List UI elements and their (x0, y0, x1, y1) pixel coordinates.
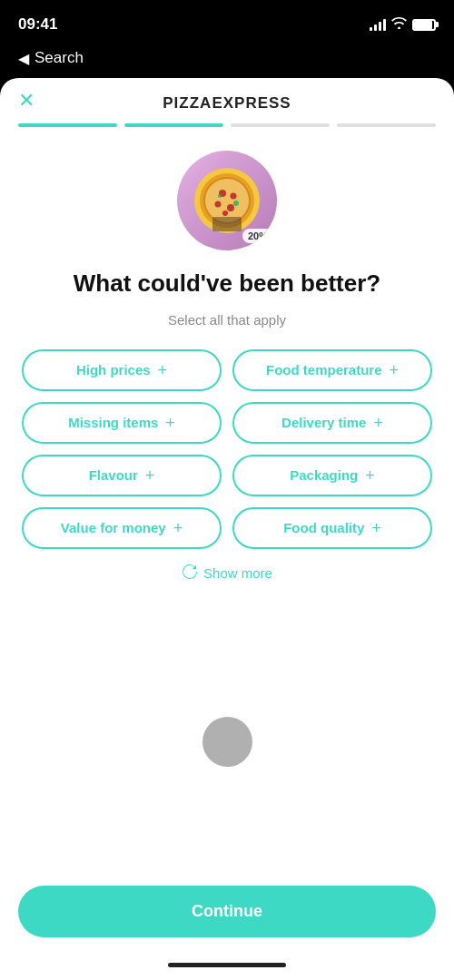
show-more-label: Show more (203, 565, 272, 581)
signal-icon (370, 18, 386, 31)
restaurant-name: PIZZAEXPRESS (163, 94, 291, 113)
step-bar-3 (231, 123, 330, 127)
option-delivery-time-plus: + (373, 415, 383, 431)
svg-point-8 (222, 211, 228, 216)
option-flavour-label: Flavour (89, 467, 138, 483)
option-food-temperature-label: Food temperature (266, 362, 382, 377)
option-high-prices-plus: + (158, 362, 168, 378)
option-food-quality[interactable]: Food quality + (232, 507, 432, 549)
progress-steps (0, 113, 454, 142)
svg-point-10 (218, 194, 222, 198)
wifi-icon (391, 17, 407, 32)
show-more-button[interactable]: Show more (0, 549, 454, 602)
option-flavour-plus: + (145, 467, 155, 484)
option-high-prices[interactable]: High prices + (22, 349, 222, 391)
svg-point-9 (233, 201, 239, 206)
option-value-for-money-label: Value for money (61, 520, 166, 535)
option-food-quality-label: Food quality (283, 520, 364, 535)
price-badge: 20% (242, 229, 273, 243)
option-flavour[interactable]: Flavour + (22, 455, 222, 496)
battery-icon (412, 19, 436, 31)
search-label[interactable]: Search (35, 49, 84, 67)
option-value-for-money[interactable]: Value for money + (22, 507, 222, 549)
option-food-temperature-plus: + (390, 362, 400, 378)
option-delivery-time[interactable]: Delivery time + (232, 402, 432, 444)
option-missing-items-label: Missing items (68, 415, 158, 430)
option-packaging[interactable]: Packaging + (232, 455, 432, 496)
restaurant-image-container: 20% (0, 142, 454, 269)
restaurant-image: 20% (177, 151, 277, 250)
option-food-temperature[interactable]: Food temperature + (232, 349, 432, 391)
option-missing-items[interactable]: Missing items + (22, 402, 222, 444)
svg-rect-11 (212, 217, 242, 231)
options-row-2: Missing items + Delivery time + (18, 402, 436, 444)
refresh-icon (182, 564, 198, 583)
main-card: ✕ PIZZAEXPRESS (0, 78, 454, 980)
home-bar (168, 963, 286, 967)
status-bar: 09:41 (0, 0, 454, 45)
option-food-quality-plus: + (371, 520, 381, 536)
home-indicator (0, 956, 454, 980)
thumb-circle (202, 717, 252, 767)
option-high-prices-label: High prices (76, 362, 151, 377)
option-missing-items-plus: + (165, 415, 175, 431)
header: ✕ PIZZAEXPRESS (0, 78, 454, 113)
option-packaging-label: Packaging (290, 467, 358, 483)
step-bar-4 (337, 123, 436, 127)
close-button[interactable]: ✕ (18, 91, 35, 111)
continue-button[interactable]: Continue (18, 886, 436, 937)
status-icons (370, 17, 436, 32)
svg-point-6 (215, 201, 222, 208)
back-arrow-icon[interactable]: ◀ (18, 50, 29, 67)
option-delivery-time-label: Delivery time (281, 415, 366, 430)
thumb-area (0, 602, 454, 873)
options-row-3: Flavour + Packaging + (18, 455, 436, 496)
options-row-4: Value for money + Food quality + (18, 507, 436, 549)
svg-point-5 (231, 193, 237, 200)
step-bar-1 (18, 123, 117, 127)
option-value-for-money-plus: + (173, 520, 183, 536)
status-time: 09:41 (18, 15, 57, 34)
subtitle-text: Select all that apply (0, 312, 454, 328)
step-bar-2 (124, 123, 223, 127)
options-row-1: High prices + Food temperature + (18, 349, 436, 391)
svg-point-7 (227, 204, 234, 211)
svg-point-3 (205, 179, 249, 222)
option-packaging-plus: + (365, 467, 375, 484)
continue-button-container: Continue (0, 873, 454, 956)
options-container: High prices + Food temperature + Missing… (0, 349, 454, 549)
search-bar: ◀ Search (0, 45, 454, 74)
question-text: What could've been better? (0, 269, 454, 312)
